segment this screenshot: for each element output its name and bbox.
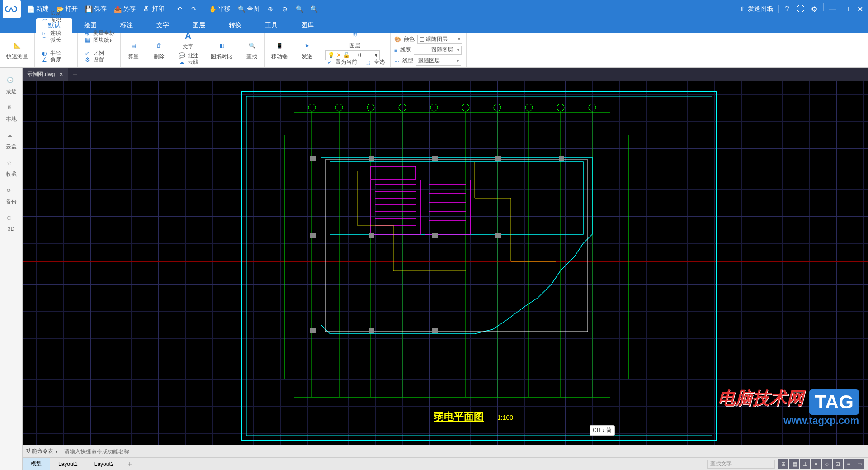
- layout-2[interactable]: Layout2: [86, 458, 123, 470]
- bulb-icon: 💡: [328, 52, 335, 58]
- sidebar-backup[interactable]: ⟳备份: [6, 187, 17, 206]
- svg-rect-26: [330, 162, 583, 234]
- ortho-toggle[interactable]: ⊥: [800, 459, 810, 469]
- left-sidebar: 🕒最近 🖥本地 ☁云盘 ☆收藏 ⟳备份 ⬡3D: [0, 68, 23, 470]
- send-button[interactable]: ➤发送: [298, 34, 316, 66]
- help-button[interactable]: ?: [781, 3, 793, 15]
- tab-tools[interactable]: 工具: [253, 18, 289, 33]
- current-icon: ✓: [326, 58, 334, 66]
- svg-rect-29: [371, 166, 416, 179]
- add-tab-button[interactable]: +: [68, 70, 82, 79]
- sidebar-cloud[interactable]: ☁云盘: [6, 132, 17, 151]
- tab-convert[interactable]: 转换: [217, 18, 253, 33]
- blockstat-icon: ▦: [83, 36, 91, 44]
- layout-1[interactable]: Layout1: [50, 458, 86, 470]
- cmd-label[interactable]: 功能命令表▾: [23, 447, 61, 455]
- title-bar: 📄新建 📂打开 💾保存 📤另存 🖶打印 ↶ ↷ ✋平移 🔍全图 ⊕ ⊖ 🔍 🔍 …: [0, 0, 868, 18]
- blockstat-button[interactable]: ▦图块统计: [81, 37, 117, 43]
- svg-point-11: [462, 104, 469, 111]
- ribbon: 📐快速测量 ⟷长度 ▱面积 ⊾连续 ⌒弧长 ◐半径 ∠角度 ⇔水平测距 ⇕垂直测…: [0, 33, 868, 68]
- arc-button[interactable]: ⌒弧长: [38, 37, 74, 43]
- command-input[interactable]: [61, 445, 288, 457]
- zoom-in-icon: ⊕: [267, 5, 274, 13]
- tab-library[interactable]: 图库: [289, 18, 326, 33]
- layout-model[interactable]: 模型: [23, 458, 50, 470]
- sidebar-recent[interactable]: 🕒最近: [6, 77, 17, 95]
- table-icon: ▤: [127, 39, 140, 52]
- mobile-button[interactable]: 📱移动端: [269, 34, 290, 66]
- gear-icon: ⚙: [83, 56, 91, 64]
- undo-icon: ↶: [176, 5, 183, 13]
- find-button[interactable]: 🔍查找: [243, 34, 261, 66]
- color-select[interactable]: 跟随图层: [417, 35, 462, 44]
- quick-measure-button[interactable]: 📐快速测量: [4, 34, 31, 66]
- ltype-label: 线型: [402, 57, 413, 65]
- settings-button-ribbon[interactable]: ⚙设置: [81, 57, 117, 63]
- svg-rect-52: [310, 328, 316, 333]
- polar-toggle[interactable]: ✶: [811, 459, 821, 469]
- fullscreen-button[interactable]: ⛶: [794, 3, 807, 15]
- trash-icon: 🗑: [153, 39, 165, 52]
- lwt-toggle[interactable]: ≡: [844, 459, 854, 469]
- saveas-button[interactable]: 📤另存: [110, 0, 139, 18]
- otrack-toggle[interactable]: ⊡: [833, 459, 843, 469]
- redo-button[interactable]: ↷: [187, 0, 201, 18]
- area-button[interactable]: ▱面积: [38, 17, 74, 24]
- calc-button[interactable]: ▤算量: [124, 34, 142, 66]
- svg-rect-45: [432, 156, 438, 161]
- search-text-input[interactable]: 查找文字: [707, 460, 775, 469]
- search-icon: 🔍: [245, 39, 258, 52]
- print-button[interactable]: 🖶打印: [139, 0, 168, 18]
- close-tab-icon[interactable]: ×: [59, 71, 63, 78]
- ltype-select[interactable]: 跟随图层: [416, 57, 461, 66]
- settings-button[interactable]: ⚙: [808, 3, 821, 15]
- setcur-button[interactable]: ✓置为当前 ⬚全选: [324, 59, 387, 66]
- zoom-button[interactable]: 🔍全图: [234, 0, 263, 18]
- sidebar-favorite[interactable]: ☆收藏: [6, 160, 17, 178]
- snap-toggle[interactable]: ⊞: [778, 459, 788, 469]
- star-icon: ☆: [7, 160, 16, 169]
- compare-icon: ◧: [215, 39, 228, 52]
- svg-rect-27: [371, 180, 420, 234]
- save-button[interactable]: 💾保存: [81, 0, 110, 18]
- svg-rect-48: [310, 233, 316, 238]
- delete-button[interactable]: 🗑删除: [150, 34, 168, 66]
- angle-button[interactable]: ∠角度: [38, 57, 74, 63]
- text-button[interactable]: A文字: [176, 28, 200, 52]
- svg-point-8: [367, 104, 374, 111]
- save-icon: 💾: [85, 5, 92, 13]
- lweight-label: 线宽: [400, 46, 411, 54]
- drawing-canvas[interactable]: 弱电平面图 1:100 CH ♪ 简 电脑技术网TAG www.tagxp.co…: [23, 81, 868, 445]
- sidebar-local[interactable]: 🖥本地: [6, 104, 17, 123]
- layer-button[interactable]: ≋图层: [324, 27, 387, 52]
- zoom-window-button[interactable]: 🔍: [292, 0, 307, 18]
- pan-button[interactable]: ✋平移: [205, 0, 234, 18]
- hand-icon: ✋: [209, 5, 216, 13]
- model-toggle[interactable]: ▭: [854, 459, 864, 469]
- doc-tab-active[interactable]: 示例图.dwg×: [23, 68, 68, 81]
- sidebar-3d[interactable]: ⬡3D: [7, 215, 16, 232]
- compare-button[interactable]: ◧图纸对比: [208, 34, 235, 66]
- add-layout-button[interactable]: +: [122, 460, 137, 468]
- zoom-out-button[interactable]: ⊖: [278, 0, 292, 18]
- selall-icon: ⬚: [364, 58, 372, 66]
- zoom-extents-button[interactable]: 🔍: [307, 0, 321, 18]
- area-icon: ▱: [40, 16, 48, 24]
- maximize-button[interactable]: □: [840, 3, 853, 15]
- tab-text[interactable]: 文字: [145, 18, 181, 33]
- grid-toggle[interactable]: ▦: [789, 459, 799, 469]
- svg-point-10: [430, 104, 438, 111]
- zoom-in-button[interactable]: ⊕: [263, 0, 278, 18]
- palette-icon: 🎨: [394, 36, 401, 43]
- lweight-select[interactable]: 跟随图层: [414, 46, 462, 55]
- close-button[interactable]: ✕: [854, 3, 866, 15]
- cloud-button[interactable]: ☁云线: [176, 59, 200, 66]
- svg-rect-0: [242, 92, 717, 440]
- undo-button[interactable]: ↶: [172, 0, 187, 18]
- send-drawing-button[interactable]: ⇧发送图纸: [735, 0, 777, 18]
- sun-icon: ☀: [336, 52, 341, 58]
- layer-select[interactable]: 💡☀🔓0▾: [324, 52, 387, 59]
- osnap-toggle[interactable]: ◇: [822, 459, 832, 469]
- minimize-button[interactable]: —: [826, 3, 839, 15]
- drawing-title: 弱电平面图: [434, 411, 484, 422]
